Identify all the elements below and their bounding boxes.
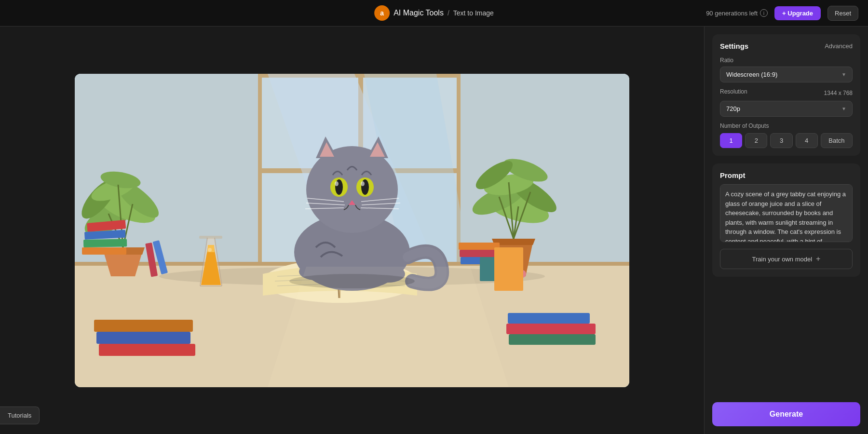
svg-rect-82 bbox=[508, 313, 590, 324]
svg-rect-77 bbox=[99, 344, 195, 356]
resolution-field-row: Resolution 1344 x 768 bbox=[720, 88, 853, 98]
settings-header: Settings Advanced bbox=[720, 42, 853, 50]
resolution-dropdown-arrow: ▼ bbox=[841, 106, 846, 111]
svg-point-48 bbox=[335, 181, 339, 186]
svg-rect-78 bbox=[96, 332, 190, 344]
svg-rect-79 bbox=[94, 320, 193, 332]
advanced-link[interactable]: Advanced bbox=[825, 42, 853, 50]
svg-rect-81 bbox=[506, 324, 596, 334]
avatar: a bbox=[374, 5, 390, 21]
main-content: Settings Advanced Ratio Widescreen (16:9… bbox=[0, 27, 868, 434]
topbar-center: a AI Magic Tools / Text to Image bbox=[374, 5, 494, 21]
svg-point-39 bbox=[306, 146, 398, 233]
info-icon[interactable]: i bbox=[760, 9, 768, 17]
svg-rect-74 bbox=[494, 247, 523, 291]
settings-section: Settings Advanced Ratio Widescreen (16:9… bbox=[712, 34, 860, 156]
svg-rect-24 bbox=[83, 239, 127, 247]
image-container bbox=[75, 74, 629, 387]
right-panel: Settings Advanced Ratio Widescreen (16:9… bbox=[704, 27, 868, 434]
ratio-label: Ratio bbox=[720, 57, 853, 64]
ratio-dropdown[interactable]: Widescreen (16:9) ▼ bbox=[720, 67, 853, 82]
tutorials-tab[interactable]: Tutorials bbox=[0, 407, 40, 424]
svg-rect-72 bbox=[459, 243, 500, 250]
settings-title: Settings bbox=[720, 42, 748, 50]
generations-left-container: 90 generations left i bbox=[706, 9, 768, 17]
prompt-title: Prompt bbox=[720, 171, 853, 179]
image-area bbox=[0, 27, 704, 434]
prompt-section: Prompt Train your own model + bbox=[712, 163, 860, 277]
cat-illustration bbox=[75, 74, 629, 387]
upgrade-button[interactable]: + Upgrade bbox=[774, 6, 821, 20]
svg-rect-36 bbox=[199, 236, 222, 239]
svg-point-49 bbox=[361, 181, 365, 186]
resolution-option: 720p bbox=[726, 105, 740, 112]
outputs-buttons: 1 2 3 4 Batch bbox=[720, 133, 853, 148]
resolution-value: 1344 x 768 bbox=[824, 90, 853, 96]
ratio-dropdown-arrow: ▼ bbox=[841, 72, 846, 77]
outputs-label: Number of Outputs bbox=[720, 122, 853, 129]
generate-button[interactable]: Generate bbox=[712, 402, 860, 426]
topbar-right: 90 generations left i + Upgrade Reset bbox=[706, 6, 858, 21]
topbar: a AI Magic Tools / Text to Image 90 gene… bbox=[0, 0, 868, 27]
svg-point-37 bbox=[208, 248, 212, 252]
output-btn-batch[interactable]: Batch bbox=[821, 133, 853, 148]
output-btn-1[interactable]: 1 bbox=[720, 133, 742, 148]
svg-point-76 bbox=[289, 274, 415, 288]
resolution-label: Resolution bbox=[720, 88, 747, 95]
output-btn-2[interactable]: 2 bbox=[745, 133, 767, 148]
breadcrumb-separator: / bbox=[448, 9, 449, 17]
ratio-value: Widescreen (16:9) bbox=[726, 71, 777, 78]
plus-icon: + bbox=[816, 255, 820, 263]
breadcrumb-root: AI Magic Tools bbox=[393, 9, 444, 17]
reset-button[interactable]: Reset bbox=[827, 6, 858, 21]
svg-rect-80 bbox=[509, 334, 596, 345]
svg-rect-25 bbox=[82, 247, 126, 255]
resolution-dropdown[interactable]: 720p ▼ bbox=[720, 101, 853, 117]
breadcrumb-current: Text to Image bbox=[453, 9, 494, 17]
generations-left-text: 90 generations left bbox=[706, 10, 758, 17]
output-btn-3[interactable]: 3 bbox=[770, 133, 792, 148]
output-btn-4[interactable]: 4 bbox=[796, 133, 818, 148]
train-model-button[interactable]: Train your own model + bbox=[720, 249, 853, 269]
prompt-textarea[interactable] bbox=[720, 184, 853, 242]
train-model-label: Train your own model bbox=[752, 256, 813, 263]
